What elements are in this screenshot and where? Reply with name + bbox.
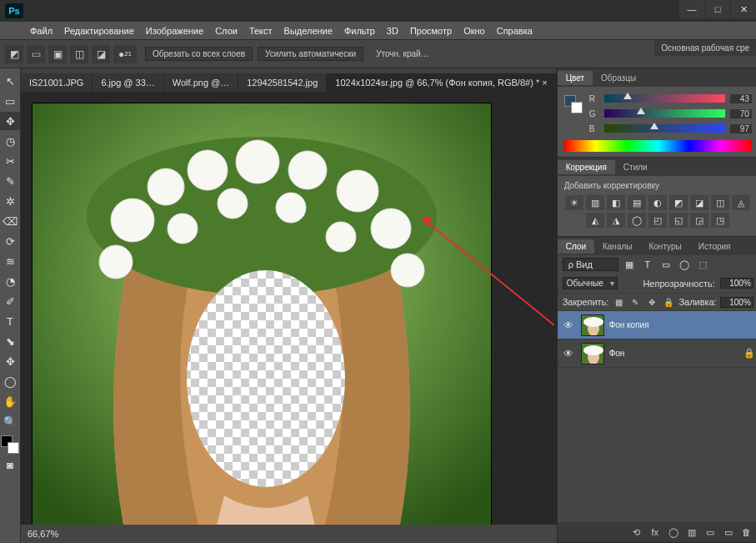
layer-filter-dropdown[interactable]: ρ Вид: [563, 258, 618, 271]
adj-colorbalance-icon[interactable]: ◪: [690, 195, 708, 210]
canvas[interactable]: [33, 103, 491, 525]
canvas-viewport[interactable]: [21, 92, 557, 525]
tab-adjustments[interactable]: Коррекция: [558, 160, 615, 174]
auto-enhance-button[interactable]: Усилить автоматически: [258, 47, 363, 61]
color-swatch[interactable]: [1, 435, 19, 454]
move-tool-icon[interactable]: ↖: [0, 72, 20, 90]
menu-edit[interactable]: Редактирование: [64, 26, 134, 36]
tab-paths[interactable]: Контуры: [640, 239, 689, 254]
visibility-toggle-icon[interactable]: 👁: [561, 348, 576, 359]
opt-icon-1[interactable]: ▭: [27, 45, 45, 63]
menu-filter[interactable]: Фильтр: [344, 26, 375, 36]
zoom-level[interactable]: 66,67%: [28, 529, 58, 539]
refine-edge-button[interactable]: Уточн. край…: [368, 47, 437, 61]
tab-color[interactable]: Цвет: [558, 71, 593, 85]
brush-size-icon[interactable]: ●21: [113, 45, 137, 63]
adj-selective-color-icon[interactable]: ◳: [711, 213, 729, 228]
menu-layers[interactable]: Слои: [215, 26, 238, 36]
adj-gradient-map-icon[interactable]: ◲: [690, 213, 708, 228]
mask-icon[interactable]: ◯: [665, 525, 682, 540]
menu-3d[interactable]: 3D: [387, 26, 398, 36]
opacity-field[interactable]: 100%: [720, 278, 753, 289]
adj-posterize-icon[interactable]: ◰: [648, 213, 667, 228]
tab-0[interactable]: IS21001.JPG: [21, 73, 93, 92]
filter-adjust-icon[interactable]: T: [640, 257, 655, 272]
eraser-tool-icon[interactable]: ◔: [0, 272, 20, 290]
lock-pixels-icon[interactable]: ✎: [628, 295, 642, 309]
trash-icon[interactable]: 🗑: [738, 525, 755, 540]
adj-channel-mixer-icon[interactable]: ◭: [586, 213, 604, 228]
tab-layers[interactable]: Слои: [558, 239, 594, 254]
menu-help[interactable]: Справка: [497, 26, 533, 36]
shape-tool-icon[interactable]: ◯: [0, 372, 20, 390]
opt-icon-2[interactable]: ▣: [48, 45, 67, 63]
filter-shape-icon[interactable]: ◯: [677, 257, 692, 272]
pen-tool-icon[interactable]: ⬊: [0, 332, 20, 350]
close-button[interactable]: ✕: [731, 0, 756, 18]
tab-channels[interactable]: Каналы: [594, 239, 641, 254]
quick-mask-icon[interactable]: ◙: [0, 455, 20, 474]
filter-pixel-icon[interactable]: ▦: [622, 257, 637, 272]
tab-1[interactable]: 6.jpg @ 33…: [93, 73, 163, 92]
new-layer-icon[interactable]: ▭: [720, 525, 737, 540]
menu-select[interactable]: Выделение: [284, 26, 333, 36]
visibility-toggle-icon[interactable]: 👁: [561, 319, 576, 331]
adj-levels-icon[interactable]: ▥: [586, 195, 604, 210]
minimize-button[interactable]: —: [679, 0, 704, 18]
link-layers-icon[interactable]: ⟲: [628, 525, 645, 540]
sample-all-layers-button[interactable]: Обрезать со всех слоев: [145, 47, 253, 61]
type-tool-icon[interactable]: T: [0, 312, 20, 330]
adj-brightness-icon[interactable]: ☀: [565, 195, 583, 210]
menu-text[interactable]: Текст: [249, 26, 273, 36]
menu-file[interactable]: Файл: [30, 26, 53, 36]
hue-strip[interactable]: [564, 140, 752, 152]
adj-hue-icon[interactable]: ◩: [669, 195, 688, 210]
new-fill-icon[interactable]: ▥: [683, 525, 700, 540]
marquee-tool-icon[interactable]: ▭: [0, 92, 20, 110]
new-group-icon[interactable]: ▭: [702, 525, 718, 540]
tab-3[interactable]: 12942581542.jpg: [238, 73, 327, 92]
tab-swatches[interactable]: Образцы: [593, 71, 644, 85]
crop-tool-icon[interactable]: ✂: [0, 152, 20, 170]
tab-styles[interactable]: Стили: [615, 160, 656, 174]
menu-image[interactable]: Изображение: [146, 26, 203, 36]
slider-r[interactable]: R 43: [589, 92, 752, 105]
tab-history[interactable]: История: [690, 239, 739, 254]
hand-tool-icon[interactable]: ✋: [0, 392, 20, 410]
blend-mode-dropdown[interactable]: Обычные: [563, 277, 618, 289]
eyedropper-tool-icon[interactable]: ✎: [0, 172, 20, 190]
heal-tool-icon[interactable]: ✲: [0, 192, 20, 210]
history-brush-tool-icon[interactable]: ≋: [0, 252, 20, 270]
panel-color-swatch[interactable]: [564, 95, 583, 113]
filter-smart-icon[interactable]: ⬚: [695, 257, 710, 272]
slider-b[interactable]: B 97: [589, 122, 752, 135]
gradient-tool-icon[interactable]: ✐: [0, 292, 20, 310]
filter-type-icon[interactable]: ▭: [658, 257, 673, 272]
layer-row-0[interactable]: 👁 Фон копия: [558, 311, 756, 339]
menu-view[interactable]: Просмотр: [410, 26, 452, 36]
fx-icon[interactable]: fx: [647, 525, 663, 540]
quick-select-tool-icon[interactable]: ◷: [0, 132, 20, 150]
lock-all-icon[interactable]: 🔒: [662, 295, 675, 309]
lock-position-icon[interactable]: ✥: [645, 295, 658, 309]
adj-photo-filter-icon[interactable]: ◬: [732, 195, 750, 210]
stamp-tool-icon[interactable]: ⟳: [0, 232, 20, 250]
opt-icon-3[interactable]: ◫: [70, 45, 88, 63]
brush-tool-icon[interactable]: ⌫: [0, 212, 20, 230]
fill-field[interactable]: 100%: [720, 297, 753, 308]
lock-transparency-icon[interactable]: ▦: [612, 295, 625, 309]
adj-exposure-icon[interactable]: ▤: [628, 195, 646, 210]
slider-g[interactable]: G 70: [589, 107, 752, 120]
lasso-tool-icon[interactable]: ✥: [0, 112, 20, 130]
layer-thumb[interactable]: [581, 343, 604, 365]
layer-row-1[interactable]: 👁 Фон 🔒: [558, 339, 756, 368]
zoom-tool-icon[interactable]: 🔍: [0, 412, 20, 430]
adj-curves-icon[interactable]: ◧: [607, 195, 625, 210]
workspace-switcher[interactable]: Основная рабочая сре: [654, 40, 756, 56]
adj-threshold-icon[interactable]: ◱: [669, 213, 688, 228]
tab-2[interactable]: Wolf.png @…: [164, 73, 238, 92]
menu-window[interactable]: Окно: [463, 26, 485, 36]
opt-icon-4[interactable]: ◪: [92, 45, 110, 63]
tool-preset-icon[interactable]: ◩: [5, 45, 23, 63]
adj-color-lookup-icon[interactable]: ◮: [607, 213, 625, 228]
